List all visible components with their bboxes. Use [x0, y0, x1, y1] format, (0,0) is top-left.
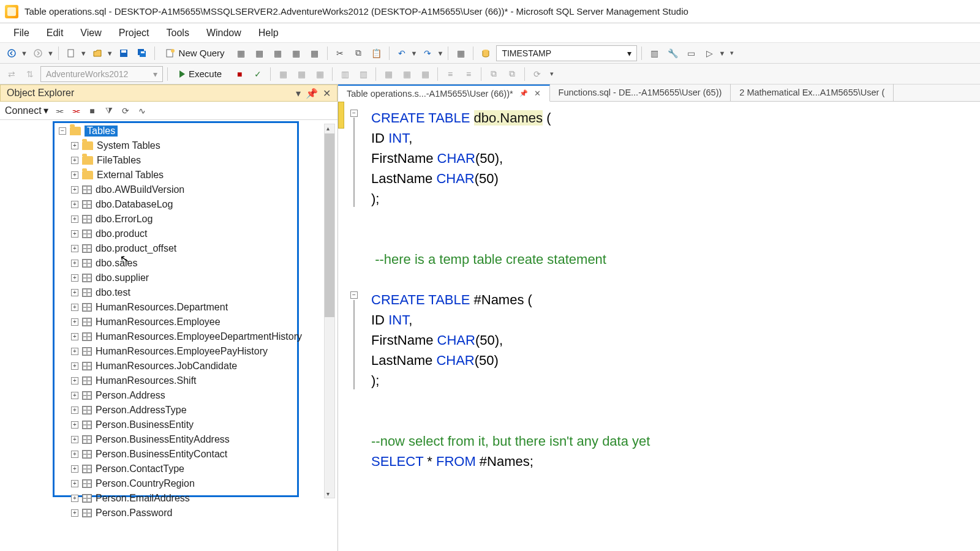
tree-node[interactable]: +Person.BusinessEntity: [7, 418, 337, 432]
tree-node[interactable]: +System Tables: [7, 138, 337, 153]
parse-button[interactable]: ✓: [250, 66, 266, 82]
tb-icon[interactable]: ⟳: [529, 66, 545, 82]
tb-icon[interactable]: ▥: [337, 66, 353, 82]
tree-node[interactable]: +dbo.product: [7, 227, 337, 241]
tree-node[interactable]: +Person.Address: [7, 388, 337, 403]
change-connection-icon[interactable]: ⇅: [22, 66, 38, 82]
menu-project[interactable]: Project: [110, 25, 158, 41]
tool-box-icon[interactable]: ▭: [683, 45, 699, 61]
oe-filter-icon[interactable]: ⧩: [104, 105, 115, 116]
expander-icon[interactable]: +: [71, 230, 78, 238]
expander-icon[interactable]: +: [71, 274, 78, 282]
menu-view[interactable]: View: [72, 25, 110, 41]
expander-icon[interactable]: +: [71, 451, 78, 458]
dropdown-icon[interactable]: ▼: [411, 50, 418, 57]
comment-icon[interactable]: ⧉: [486, 66, 502, 82]
save-button[interactable]: [116, 45, 132, 61]
stop-button[interactable]: ■: [232, 66, 247, 82]
tree-node[interactable]: +dbo.AWBuildVersion: [7, 182, 337, 197]
copy-button[interactable]: ⧉: [350, 45, 366, 61]
tree-node[interactable]: +Person.ContactType: [7, 462, 337, 476]
menu-help[interactable]: Help: [250, 25, 287, 41]
expander-icon[interactable]: +: [71, 436, 78, 443]
oe-disconnect-icon[interactable]: ⫘: [70, 105, 81, 116]
expander-icon[interactable]: +: [71, 171, 78, 179]
db-icon[interactable]: [478, 45, 494, 61]
dropdown-icon[interactable]: ▼: [437, 50, 443, 57]
tab-math-examples[interactable]: 2 Mathematical Ex...A1M5655\User (: [731, 84, 894, 101]
db-query-icon-4[interactable]: ▦: [288, 45, 304, 61]
db-query-icon-3[interactable]: ▦: [270, 45, 286, 61]
expander-icon[interactable]: −: [59, 127, 66, 135]
connect-button[interactable]: Connect ▾: [5, 105, 48, 116]
dropdown-icon[interactable]: ▼: [80, 50, 87, 57]
fold-toggle[interactable]: −: [350, 291, 358, 299]
close-icon[interactable]: ✕: [323, 88, 331, 99]
expander-icon[interactable]: +: [71, 421, 78, 429]
connect-icon[interactable]: ⇄: [4, 66, 20, 82]
tb-icon[interactable]: ▦: [312, 66, 328, 82]
expander-icon[interactable]: +: [71, 216, 78, 223]
tree-node[interactable]: +External Tables: [7, 168, 337, 182]
uncomment-icon[interactable]: ⧉: [504, 66, 520, 82]
tree-node[interactable]: +HumanResources.Shift: [7, 373, 337, 388]
tree-node[interactable]: +dbo.product_offset: [7, 241, 337, 256]
dropdown-icon[interactable]: ▾: [296, 88, 301, 99]
type-combo[interactable]: TIMESTAMP ▾: [496, 45, 637, 61]
expander-icon[interactable]: +: [71, 348, 78, 355]
cut-button[interactable]: ✂: [332, 45, 348, 61]
tree-node[interactable]: +Person.BusinessEntityAddress: [7, 432, 337, 447]
tree-node[interactable]: +HumanResources.JobCandidate: [7, 359, 337, 373]
paste-button[interactable]: 📋: [369, 45, 385, 61]
expander-icon[interactable]: +: [71, 377, 78, 384]
tree-node[interactable]: +HumanResources.Employee: [7, 315, 337, 329]
expander-icon[interactable]: +: [71, 318, 78, 326]
expander-icon[interactable]: +: [71, 392, 78, 399]
tab-table-operations[interactable]: Table operations.s...-A1M5655\User (66))…: [338, 84, 550, 102]
object-explorer-tree[interactable]: ▴ ▾ −Tables+System Tables+FileTables+Ext…: [0, 120, 337, 551]
menu-file[interactable]: File: [5, 25, 38, 41]
pin-icon[interactable]: 📌: [306, 88, 318, 99]
nav-back-button[interactable]: [4, 45, 20, 61]
database-combo[interactable]: AdventureWorks2012 ▾: [40, 66, 163, 82]
db-query-icon-5[interactable]: ▦: [307, 45, 323, 61]
dropdown-icon[interactable]: ▼: [47, 50, 54, 57]
activity-monitor-icon[interactable]: ▥: [646, 45, 662, 61]
expander-icon[interactable]: +: [71, 362, 78, 370]
dropdown-icon[interactable]: ▼: [718, 50, 725, 57]
tree-node[interactable]: −Tables: [7, 124, 337, 138]
overflow-icon[interactable]: ▾: [550, 70, 554, 78]
tree-node[interactable]: +Person.CountryRegion: [7, 476, 337, 491]
close-icon[interactable]: ✕: [534, 89, 541, 98]
tree-node[interactable]: +Person.BusinessEntityContact: [7, 447, 337, 462]
tree-node[interactable]: +Person.EmailAddress: [7, 491, 337, 506]
expander-icon[interactable]: +: [71, 157, 78, 164]
fold-toggle[interactable]: −: [350, 110, 358, 117]
tree-node[interactable]: +HumanResources.EmployeePayHistory: [7, 344, 337, 359]
oe-refresh-icon[interactable]: ⟳: [120, 105, 131, 116]
expander-icon[interactable]: +: [71, 304, 78, 311]
tb-icon[interactable]: ▦: [293, 66, 309, 82]
open-button[interactable]: [89, 45, 105, 61]
overflow-icon[interactable]: ▾: [730, 49, 734, 57]
oe-stop-icon[interactable]: ■: [87, 105, 98, 116]
expander-icon[interactable]: +: [71, 465, 78, 473]
tree-node[interactable]: +Person.Password: [7, 506, 337, 520]
new-query-button[interactable]: New Query: [159, 46, 231, 60]
tool-play-icon[interactable]: ▷: [701, 45, 717, 61]
tb-icon[interactable]: ▦: [399, 66, 415, 82]
expander-icon[interactable]: +: [71, 509, 78, 517]
dropdown-icon[interactable]: ▼: [21, 50, 28, 57]
tree-node[interactable]: +FileTables: [7, 153, 337, 168]
tb-icon[interactable]: ▦: [380, 66, 396, 82]
pin-icon[interactable]: 📌: [519, 89, 528, 97]
tree-node[interactable]: +HumanResources.EmployeeDepartmentHistor…: [7, 329, 337, 344]
execute-button[interactable]: Execute: [172, 67, 229, 81]
dropdown-icon[interactable]: ▼: [107, 50, 113, 57]
redo-button[interactable]: ↷: [420, 45, 435, 61]
menu-tools[interactable]: Tools: [158, 25, 198, 41]
expander-icon[interactable]: +: [71, 260, 78, 267]
undo-button[interactable]: ↶: [394, 45, 410, 61]
tree-node[interactable]: +dbo.sales: [7, 256, 337, 271]
new-item-button[interactable]: [63, 45, 79, 61]
